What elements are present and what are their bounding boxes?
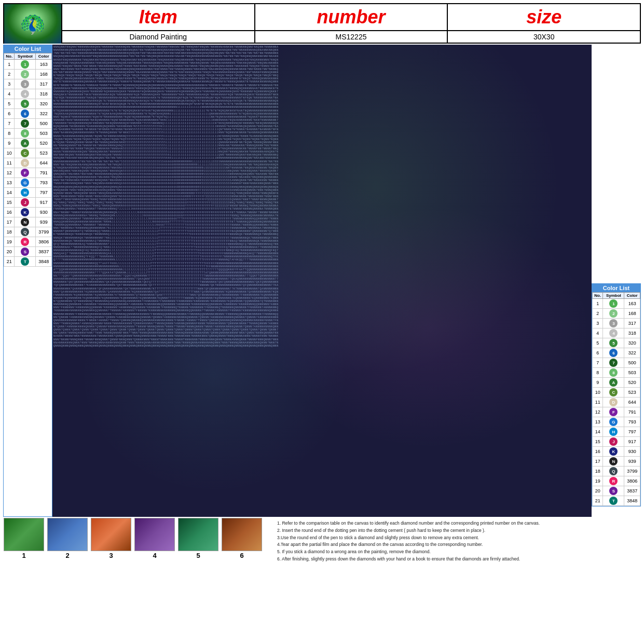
color-table-right: No. Symbol Color 11163221683331744318553… [592, 292, 640, 506]
row-symbol: N [603, 457, 624, 467]
row-no: 18 [4, 227, 15, 237]
row-no: 17 [4, 217, 15, 227]
row-symbol: 7 [15, 119, 36, 129]
row-symbol: J [603, 437, 624, 447]
row-symbol: K [15, 208, 36, 217]
row-no: 8 [593, 368, 603, 378]
row-color: 163 [624, 299, 640, 309]
row-symbol: 8 [603, 368, 624, 378]
row-no: 2 [4, 70, 15, 79]
row-symbol: C [15, 148, 36, 158]
row-no: 17 [593, 457, 603, 467]
row-no: 19 [593, 476, 603, 486]
row-symbol: 8 [15, 129, 36, 139]
product-code: MS12225 [255, 31, 448, 43]
row-color: 3837 [36, 247, 52, 257]
row-no: 2 [593, 309, 603, 319]
row-symbol: C [603, 388, 624, 398]
row-color: 930 [36, 208, 52, 217]
thumbnail-6: 6 [221, 518, 263, 565]
row-no: 15 [4, 198, 15, 208]
diamond-canvas: NNNQNNFNNQNN7NNNNNNANNQNN7NNNNNNTNNKNNQN… [52, 45, 592, 517]
row-no: 19 [4, 237, 15, 247]
thumbnail-5: 5 [177, 518, 219, 565]
row-symbol: 5 [15, 99, 36, 109]
col-no-r: No. [593, 293, 603, 299]
thumbnail-3: 3 [90, 518, 132, 565]
row-symbol: A [603, 378, 624, 388]
row-no: 20 [4, 247, 15, 257]
thumb-image-6 [222, 518, 262, 551]
thumb-image-5 [178, 518, 218, 551]
row-no: 14 [593, 427, 603, 437]
row-symbol: 4 [603, 328, 624, 338]
row-symbol: 2 [15, 70, 36, 79]
row-color: 917 [624, 437, 640, 447]
row-no: 3 [4, 79, 15, 89]
row-color: 322 [36, 109, 52, 119]
instruction-item: 5. If you stick a diamond to a wrong are… [277, 549, 637, 555]
row-no: 5 [4, 99, 15, 109]
row-no: 20 [593, 486, 603, 496]
row-symbol: 4 [15, 89, 36, 99]
row-color: 644 [624, 398, 640, 407]
row-no: 7 [593, 358, 603, 368]
color-list-left-header: Color List [4, 45, 52, 53]
thumb-number-6: 6 [240, 552, 243, 559]
row-color: 168 [36, 70, 52, 79]
col-color-r: Color [624, 293, 640, 299]
row-no: 18 [593, 467, 603, 476]
row-no: 21 [593, 496, 603, 506]
bottom-section: 123456 1. Refer to the comparison table … [3, 518, 641, 565]
row-symbol: S [603, 486, 624, 496]
col-symbol-r: Symbol [603, 293, 624, 299]
row-symbol: 2 [603, 309, 624, 319]
row-symbol: 6 [15, 109, 36, 119]
row-symbol: F [603, 407, 624, 417]
header-top-row: Item number size [62, 4, 640, 31]
row-color: 3806 [36, 237, 52, 247]
instruction-item: 1. Refer to the comparison table on the … [277, 520, 637, 527]
header-bottom-row: Diamond Painting MS12225 30X30 [62, 31, 640, 43]
row-color: 791 [624, 407, 640, 417]
row-symbol: 5 [603, 338, 624, 348]
row-symbol: R [15, 237, 36, 247]
col-symbol: Symbol [15, 53, 36, 60]
instruction-item: 4.Tear apart the partial film and place … [277, 541, 637, 548]
thumb-number-4: 4 [153, 552, 156, 559]
row-color: 320 [624, 338, 640, 348]
row-symbol: H [15, 188, 36, 198]
row-symbol: 3 [15, 79, 36, 89]
row-symbol: H [603, 427, 624, 437]
row-no: 12 [593, 407, 603, 417]
thumb-image-4 [134, 518, 175, 551]
row-color: 523 [36, 148, 52, 158]
row-no: 7 [4, 119, 15, 129]
thumb-number-5: 5 [196, 552, 200, 559]
row-color: 3848 [624, 496, 640, 506]
row-color: 930 [624, 447, 640, 457]
row-symbol: F [15, 168, 36, 178]
instructions: 1. Refer to the comparison table on the … [273, 518, 641, 565]
row-color: 3848 [36, 257, 52, 267]
row-no: 10 [4, 148, 15, 158]
row-color: 318 [624, 328, 640, 338]
row-color: 322 [624, 348, 640, 358]
thumb-image-1 [4, 518, 44, 551]
row-no: 13 [593, 417, 603, 427]
instruction-item: 3.Use the round end of the pen to stick … [277, 535, 637, 541]
thumb-image-2 [47, 518, 88, 551]
row-no: 8 [4, 129, 15, 139]
row-no: 15 [593, 437, 603, 447]
row-no: 11 [593, 398, 603, 407]
row-color: 797 [624, 427, 640, 437]
thumbnail-2: 2 [47, 518, 88, 565]
row-color: 503 [36, 129, 52, 139]
col-color: Color [36, 53, 52, 60]
row-color: 917 [36, 198, 52, 208]
row-color: 3806 [624, 476, 640, 486]
row-symbol: A [15, 139, 36, 148]
row-symbol: G [15, 178, 36, 188]
row-symbol: J [15, 198, 36, 208]
row-symbol: T [15, 257, 36, 267]
